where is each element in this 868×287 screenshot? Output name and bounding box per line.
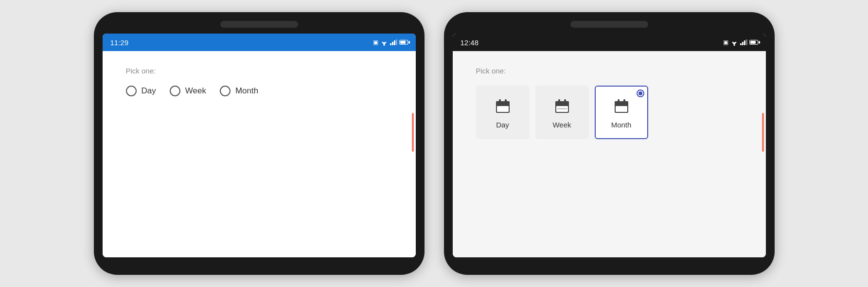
status-bar-1: 11:29 ▣ (103, 34, 416, 51)
svg-rect-25 (618, 99, 620, 103)
phone-frame-1: 11:29 ▣ (94, 12, 425, 275)
radio-item-day[interactable]: Day (126, 86, 156, 96)
status-time-2: 12:48 (461, 38, 479, 47)
app-content-1: Pick one: Day Week Month (103, 51, 416, 257)
svg-rect-16 (555, 104, 569, 106)
radio-circle-week (170, 86, 180, 96)
sd-icon-1: ▣ (373, 39, 378, 46)
calendar-icon-month (612, 96, 631, 116)
calendar-icon-week (552, 96, 572, 116)
toggle-btn-month[interactable]: Month (595, 86, 648, 139)
toggle-btn-week[interactable]: Week (535, 86, 589, 139)
svg-rect-24 (616, 106, 627, 112)
status-time-1: 11:29 (110, 38, 129, 47)
wifi-icon-2 (730, 39, 738, 46)
svg-point-3 (383, 44, 385, 46)
app-content-2: Pick one: Day (453, 51, 766, 257)
svg-point-7 (733, 44, 735, 46)
toggle-label-month: Month (611, 121, 632, 129)
status-bar-2: 12:48 ▣ (453, 34, 766, 51)
svg-rect-19 (558, 99, 560, 103)
phone-screen-2: 12:48 ▣ (453, 34, 766, 257)
phone-speaker-2 (570, 21, 648, 28)
scroll-indicator-1[interactable] (412, 113, 414, 152)
signal-icon-2 (740, 39, 747, 45)
battery-icon-2 (749, 40, 758, 45)
sd-icon-2: ▣ (723, 39, 728, 46)
radio-circle-month (220, 86, 230, 96)
svg-rect-23 (615, 104, 628, 106)
status-icons-2: ▣ (723, 39, 758, 46)
radio-circle-day (126, 86, 137, 96)
radio-group-1: Day Week Month (126, 86, 392, 96)
signal-icon-1 (390, 39, 397, 45)
battery-icon-1 (399, 40, 408, 45)
radio-item-week[interactable]: Week (170, 86, 206, 96)
calendar-icon-day (493, 96, 513, 116)
radio-label-day: Day (142, 86, 156, 96)
svg-rect-10 (496, 104, 510, 106)
phone-frame-2: 12:48 ▣ (444, 12, 775, 275)
toggle-btn-day[interactable]: Day (476, 86, 530, 139)
phone-speaker-1 (220, 21, 298, 28)
toggle-label-day: Day (496, 121, 509, 129)
radio-item-month[interactable]: Month (220, 86, 258, 96)
radio-label-month: Month (235, 86, 258, 96)
pick-label-2: Pick one: (476, 67, 743, 75)
wifi-icon-1 (380, 39, 388, 46)
svg-rect-12 (499, 99, 501, 103)
svg-rect-20 (564, 99, 566, 103)
button-group-2: Day Week (476, 86, 743, 139)
svg-rect-13 (505, 99, 507, 103)
toggle-label-week: Week (552, 121, 571, 129)
scroll-indicator-2[interactable] (762, 113, 764, 152)
svg-rect-11 (497, 106, 509, 112)
status-icons-1: ▣ (373, 39, 408, 46)
radio-label-week: Week (185, 86, 206, 96)
svg-rect-26 (623, 99, 625, 103)
phone-screen-1: 11:29 ▣ (103, 34, 416, 257)
radio-dot-month (637, 90, 644, 97)
pick-label-1: Pick one: (126, 67, 392, 75)
svg-rect-18 (557, 108, 567, 109)
